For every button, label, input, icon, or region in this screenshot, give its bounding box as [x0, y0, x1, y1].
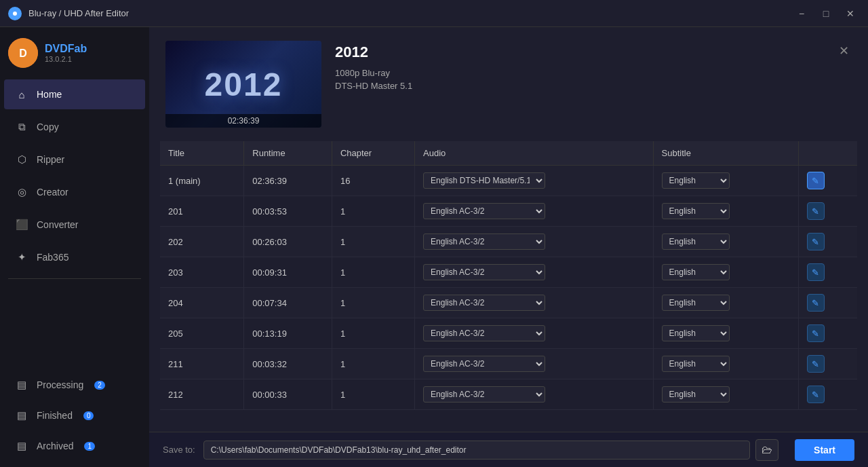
sidebar-label-converter: Converter	[37, 219, 78, 230]
cell-edit[interactable]: ✎	[798, 379, 857, 410]
cell-edit[interactable]: ✎	[798, 166, 857, 196]
col-title: Title	[160, 141, 244, 166]
movie-duration: 02:36:39	[165, 114, 321, 128]
home-icon: ⌂	[15, 88, 28, 101]
logo-text-area: DVDFab 13.0.2.1	[45, 43, 87, 63]
edit-button[interactable]: ✎	[807, 263, 825, 281]
edit-button[interactable]: ✎	[807, 324, 825, 342]
table-row: 201 00:03:53 1 English DTS-HD Master/5.1…	[160, 196, 857, 227]
cell-edit[interactable]: ✎	[798, 288, 857, 318]
cell-chapter: 1	[332, 196, 414, 227]
cell-audio[interactable]: English DTS-HD Master/5.1English AC-3/2F…	[415, 349, 653, 379]
app-icon	[8, 7, 22, 20]
table-row: 1 (main) 02:36:39 16 English DTS-HD Mast…	[160, 166, 857, 196]
sidebar-item-ripper[interactable]: ⬡ Ripper	[4, 145, 145, 174]
subtitle-select[interactable]: EnglishFrenchSpanishNone	[662, 264, 730, 280]
sidebar-item-fab365[interactable]: ✦ Fab365	[4, 242, 145, 272]
subtitle-select[interactable]: EnglishFrenchSpanishNone	[662, 203, 730, 219]
cell-edit[interactable]: ✎	[798, 227, 857, 257]
cell-title: 201	[160, 196, 244, 227]
audio-select[interactable]: English DTS-HD Master/5.1English AC-3/2F…	[423, 203, 545, 219]
subtitle-select[interactable]: EnglishFrenchSpanishNone	[662, 356, 730, 372]
movie-info: 2012 1080p Blu-ray DTS-HD Master 5.1	[335, 41, 823, 94]
edit-button[interactable]: ✎	[807, 294, 825, 312]
edit-button[interactable]: ✎	[807, 202, 825, 220]
subtitle-select[interactable]: EnglishFrenchSpanishNone	[662, 295, 730, 311]
sidebar-item-processing[interactable]: ▤ Processing 2	[4, 370, 145, 400]
sidebar-item-finished[interactable]: ▤ Finished 0	[4, 400, 145, 430]
table-header-row: Title Runtime Chapter Audio Subtitle	[160, 141, 857, 166]
sidebar-item-archived[interactable]: ▤ Archived 1	[4, 431, 145, 461]
cell-chapter: 1	[332, 318, 414, 349]
start-button[interactable]: Start	[795, 439, 854, 461]
nav-divider	[8, 278, 141, 279]
audio-select[interactable]: English DTS-HD Master/5.1English AC-3/2F…	[423, 386, 545, 403]
subtitle-select[interactable]: EnglishFrenchSpanishNone	[662, 234, 730, 250]
cell-edit[interactable]: ✎	[798, 349, 857, 379]
sidebar-item-home[interactable]: ⌂ Home	[4, 79, 145, 109]
cell-chapter: 1	[332, 257, 414, 288]
window-title: Blu-ray / UHD After Editor	[28, 8, 792, 18]
cell-edit[interactable]: ✎	[798, 257, 857, 288]
converter-icon: ⬛	[15, 218, 28, 231]
movie-year-display: 2012	[205, 66, 283, 103]
finished-badge: 0	[83, 411, 94, 420]
cell-subtitle[interactable]: EnglishFrenchSpanishNone	[653, 196, 798, 227]
cell-subtitle[interactable]: EnglishFrenchSpanishNone	[653, 288, 798, 318]
subtitle-select[interactable]: EnglishFrenchSpanishNone	[662, 172, 730, 189]
cell-audio[interactable]: English DTS-HD Master/5.1English AC-3/2F…	[415, 318, 653, 349]
cell-subtitle[interactable]: EnglishFrenchSpanishNone	[653, 166, 798, 196]
edit-button[interactable]: ✎	[807, 172, 825, 189]
cell-audio[interactable]: English DTS-HD Master/5.1English AC-3/2F…	[415, 196, 653, 227]
audio-select[interactable]: English DTS-HD Master/5.1English AC-3/2F…	[423, 172, 545, 189]
subtitle-select[interactable]: EnglishFrenchSpanishNone	[662, 386, 730, 403]
minimize-button[interactable]: −	[792, 6, 811, 21]
tracks-table-container[interactable]: Title Runtime Chapter Audio Subtitle 1 (…	[160, 141, 857, 432]
cell-audio[interactable]: English DTS-HD Master/5.1English AC-3/2F…	[415, 379, 653, 410]
window-close-button[interactable]: ✕	[841, 6, 860, 21]
logo-avatar: D	[8, 38, 38, 68]
sidebar: D DVDFab 13.0.2.1 ⌂ Home ⧉ Copy ⬡ Ripper	[0, 27, 149, 467]
audio-select[interactable]: English DTS-HD Master/5.1English AC-3/2F…	[423, 325, 545, 341]
cell-audio[interactable]: English DTS-HD Master/5.1English AC-3/2F…	[415, 288, 653, 318]
edit-button[interactable]: ✎	[807, 355, 825, 373]
edit-button[interactable]: ✎	[807, 386, 825, 403]
sidebar-label-archived: Archived	[37, 441, 73, 451]
audio-select[interactable]: English DTS-HD Master/5.1English AC-3/2F…	[423, 234, 545, 250]
edit-button[interactable]: ✎	[807, 233, 825, 250]
cell-runtime: 00:03:32	[244, 349, 332, 379]
cell-audio[interactable]: English DTS-HD Master/5.1English AC-3/2F…	[415, 166, 653, 196]
cell-title: 212	[160, 379, 244, 410]
cell-title: 204	[160, 288, 244, 318]
cell-audio[interactable]: English DTS-HD Master/5.1English AC-3/2F…	[415, 257, 653, 288]
audio-select[interactable]: English DTS-HD Master/5.1English AC-3/2F…	[423, 295, 545, 311]
movie-header: 2012 02:36:39 2012 1080p Blu-ray DTS-HD …	[149, 27, 868, 141]
cell-subtitle[interactable]: EnglishFrenchSpanishNone	[653, 257, 798, 288]
save-path-input[interactable]	[203, 441, 750, 460]
sidebar-item-copy[interactable]: ⧉ Copy	[4, 112, 145, 142]
movie-close-button[interactable]: ✕	[836, 41, 852, 61]
table-row: 204 00:07:34 1 English DTS-HD Master/5.1…	[160, 288, 857, 318]
browse-folder-button[interactable]: 🗁	[755, 439, 778, 461]
cell-edit[interactable]: ✎	[798, 196, 857, 227]
cell-subtitle[interactable]: EnglishFrenchSpanishNone	[653, 318, 798, 349]
cell-audio[interactable]: English DTS-HD Master/5.1English AC-3/2F…	[415, 227, 653, 257]
cell-chapter: 1	[332, 227, 414, 257]
col-audio: Audio	[415, 141, 653, 166]
cell-edit[interactable]: ✎	[798, 318, 857, 349]
sidebar-item-creator[interactable]: ◎ Creator	[4, 177, 145, 207]
cell-title: 205	[160, 318, 244, 349]
maximize-button[interactable]: □	[816, 6, 835, 21]
creator-icon: ◎	[15, 185, 28, 199]
cell-subtitle[interactable]: EnglishFrenchSpanishNone	[653, 349, 798, 379]
audio-select[interactable]: English DTS-HD Master/5.1English AC-3/2F…	[423, 356, 545, 372]
subtitle-select[interactable]: EnglishFrenchSpanishNone	[662, 325, 730, 341]
table-body: 1 (main) 02:36:39 16 English DTS-HD Mast…	[160, 166, 857, 410]
cell-subtitle[interactable]: EnglishFrenchSpanishNone	[653, 379, 798, 410]
movie-thumbnail: 2012 02:36:39	[165, 41, 321, 128]
app-version: 13.0.2.1	[45, 55, 87, 63]
sidebar-item-converter[interactable]: ⬛ Converter	[4, 210, 145, 240]
sidebar-label-finished: Finished	[37, 410, 73, 421]
audio-select[interactable]: English DTS-HD Master/5.1English AC-3/2F…	[423, 264, 545, 280]
cell-subtitle[interactable]: EnglishFrenchSpanishNone	[653, 227, 798, 257]
